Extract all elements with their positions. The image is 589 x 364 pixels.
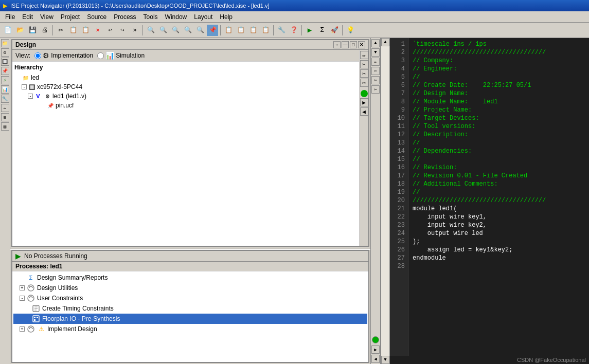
left-sidebar-btn-8[interactable]: ✏: [1, 104, 9, 112]
toolbar-new[interactable]: 📄: [2, 25, 13, 36]
design-rt-btn-fwd[interactable]: ▶: [360, 98, 368, 106]
left-sidebar-btn-1[interactable]: 📁: [1, 39, 9, 47]
process-label-timing: Create Timing Constraints: [42, 305, 114, 312]
toolbar-more[interactable]: »: [129, 25, 140, 36]
process-timing-constraints[interactable]: Create Timing Constraints: [13, 303, 367, 314]
toolbar-print[interactable]: 🖨: [39, 25, 50, 36]
side-btn-5[interactable]: ✂: [371, 76, 380, 84]
side-btn-fwd[interactable]: ▶: [371, 345, 380, 354]
menu-view[interactable]: View: [37, 12, 57, 22]
toolbar-cut[interactable]: ✂: [55, 25, 66, 36]
toolbar-bulb[interactable]: 💡: [345, 25, 356, 36]
process-expand-constraints[interactable]: -: [20, 296, 25, 301]
tree-item-led[interactable]: 📁 led: [14, 73, 357, 82]
scroll-up[interactable]: ▲: [381, 38, 389, 46]
toolbar-search3[interactable]: 🔍: [170, 25, 181, 36]
design-panel-title: Design ↔ — □ ✕: [12, 40, 368, 50]
left-sidebar-btn-10[interactable]: ▤: [1, 122, 9, 131]
side-btn-bk[interactable]: ◀: [371, 355, 380, 363]
menu-project[interactable]: Project: [58, 12, 83, 22]
design-panel-float[interactable]: ↔: [333, 41, 341, 48]
left-sidebar-btn-4[interactable]: 📌: [1, 67, 9, 75]
tree-item-led1[interactable]: - V ⚙ led1 (led1.v): [14, 92, 357, 101]
tree-item-device[interactable]: - 🔲 xc9572xl-5PC44: [14, 82, 357, 92]
menu-help[interactable]: Help: [217, 12, 236, 22]
toolbar-undo[interactable]: ↩: [104, 25, 116, 36]
side-btn-3[interactable]: ✏: [371, 58, 380, 66]
side-btn-1[interactable]: ▲: [371, 39, 380, 47]
design-panel-minimize[interactable]: —: [342, 41, 349, 48]
left-sidebar-btn-7[interactable]: 🔧: [1, 95, 9, 103]
menu-file[interactable]: File: [2, 12, 18, 22]
process-expand-implement[interactable]: +: [20, 326, 25, 332]
menu-layout[interactable]: Layout: [191, 12, 216, 22]
left-sidebar-btn-2[interactable]: ⚙: [1, 48, 9, 57]
process-design-utilities[interactable]: + Design Utilities: [13, 283, 367, 293]
toolbar-search4[interactable]: 🔍: [182, 25, 193, 36]
process-label-implement: Implement Design: [47, 325, 97, 333]
toolbar-copy3[interactable]: 📋: [235, 25, 246, 36]
line-num-11: 11: [393, 122, 405, 131]
design-rt-btn3[interactable]: ✂: [360, 69, 368, 78]
menu-edit[interactable]: Edit: [19, 12, 36, 22]
left-sidebar-btn-9[interactable]: ⊞: [1, 113, 9, 121]
toolbar-copy4[interactable]: 📋: [247, 25, 259, 36]
menu-window[interactable]: Window: [162, 12, 190, 22]
left-sidebar-btn-3[interactable]: 🔲: [1, 58, 9, 66]
view-impl-input[interactable]: [34, 52, 41, 59]
process-implement-design[interactable]: + ⚠ Implement Design: [13, 324, 367, 334]
left-sidebar-btn-6[interactable]: 📊: [1, 85, 9, 94]
menu-tools[interactable]: Tools: [140, 12, 161, 22]
side-btn-green[interactable]: [372, 336, 379, 343]
side-btn-4[interactable]: ✂: [371, 67, 380, 75]
toolbar-copy2[interactable]: 📋: [223, 25, 234, 36]
tree-item-pin[interactable]: 📌 pin.ucf: [14, 101, 357, 110]
toolbar-paste[interactable]: 📋: [80, 25, 91, 36]
process-design-summary[interactable]: Σ Design Summary/Reports: [13, 272, 367, 283]
design-rt-btn1[interactable]: ✏: [360, 51, 368, 59]
view-sim-radio[interactable]: 📊 Simulation: [97, 51, 145, 60]
design-rt-btn-green[interactable]: [361, 90, 368, 97]
svg-rect-7: [34, 317, 35, 318]
toolbar-run[interactable]: ▶: [304, 25, 315, 36]
line-num-14: 14: [393, 147, 405, 155]
tree-expand-device[interactable]: -: [22, 84, 27, 89]
toolbar-save[interactable]: 💾: [27, 25, 38, 36]
design-rt-btn4[interactable]: ✂: [360, 79, 368, 87]
design-panel-maximize[interactable]: □: [350, 41, 357, 48]
scroll-track[interactable]: [381, 46, 389, 356]
main-layout: 📁 ⚙ 🔲 📌 ⚡ 📊 🔧 ✏ ⊞ ▤ Design ↔ — □ ✕: [0, 38, 589, 364]
view-sim-input[interactable]: [97, 52, 104, 59]
toolbar-rocket[interactable]: 🚀: [329, 25, 340, 36]
toolbar-copy5[interactable]: 📋: [260, 25, 271, 36]
toolbar-open[interactable]: 📂: [14, 25, 26, 36]
code-lines[interactable]: `timescale 1ns / 1ps ///////////////////…: [408, 38, 550, 356]
design-rt-btn-bk[interactable]: ◀: [360, 107, 368, 116]
menu-process[interactable]: Process: [111, 12, 139, 22]
toolbar-search2[interactable]: 🔍: [157, 25, 169, 36]
design-rt-btn2[interactable]: ✂: [360, 60, 368, 68]
process-floorplan-io[interactable]: Floorplan IO - Pre-Synthesis: [13, 314, 367, 324]
code-content: 1 2 3 4 5 6 7 8 9 10 11 12 13 14 15 16 1: [390, 38, 589, 356]
toolbar-redo[interactable]: ↪: [117, 25, 128, 36]
toolbar-pin[interactable]: 📌: [207, 25, 218, 36]
toolbar-delete[interactable]: ✕: [92, 25, 103, 36]
toolbar-search1[interactable]: 🔍: [145, 25, 156, 36]
toolbar-search5[interactable]: 🔍: [194, 25, 206, 36]
process-user-constraints[interactable]: - User Constraints: [13, 293, 367, 303]
view-impl-radio[interactable]: ⚙ Implementation: [34, 51, 93, 60]
toolbar-help[interactable]: ❓: [288, 25, 299, 36]
side-btn-6[interactable]: ✂: [371, 85, 380, 94]
tree-expand-led1[interactable]: -: [28, 94, 33, 99]
design-panel-close[interactable]: ✕: [358, 41, 365, 48]
menu-source[interactable]: Source: [84, 12, 110, 22]
process-label-constraints: User Constraints: [37, 295, 83, 302]
left-sidebar-btn-5[interactable]: ⚡: [1, 76, 9, 84]
window-title: ISE Project Navigator (P.20131013) - C:\…: [10, 3, 270, 9]
toolbar-copy[interactable]: 📋: [67, 25, 79, 36]
toolbar-sigma[interactable]: Σ: [316, 25, 328, 36]
toolbar-wrench[interactable]: 🔧: [276, 25, 287, 36]
process-expand-utilities[interactable]: +: [20, 285, 25, 290]
scroll-down[interactable]: ▼: [381, 356, 389, 364]
side-btn-2[interactable]: ▼: [371, 48, 380, 57]
